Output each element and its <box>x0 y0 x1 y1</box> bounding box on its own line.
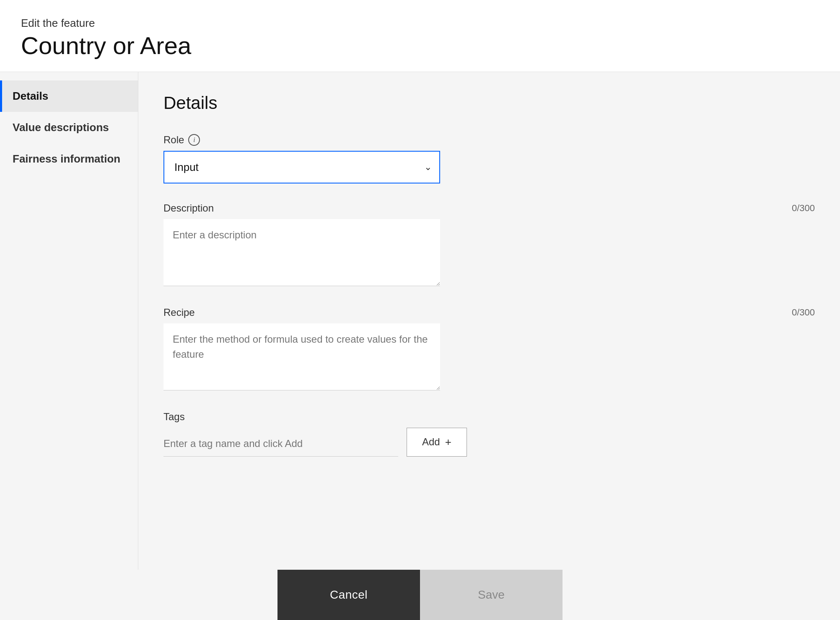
sidebar: Details Value descriptions Fairness info… <box>0 72 138 570</box>
recipe-label-row: Recipe 0/300 <box>163 307 815 318</box>
description-label-row: Description 0/300 <box>163 202 815 214</box>
description-label-text: Description <box>163 202 214 214</box>
page-header: Edit the feature Country or Area <box>0 0 840 72</box>
tags-input-row: Add + <box>163 428 815 457</box>
add-tag-button[interactable]: Add + <box>407 428 467 457</box>
role-group: Role i Input Output Target Metadata ⌄ <box>163 134 815 183</box>
tags-label: Tags <box>163 411 185 423</box>
add-tag-label: Add <box>422 436 440 448</box>
tags-group: Tags Add + <box>163 411 815 457</box>
recipe-group: Recipe 0/300 <box>163 307 815 392</box>
page-subtitle: Edit the feature <box>21 17 819 30</box>
description-textarea[interactable] <box>163 219 440 286</box>
sidebar-item-fairness-information[interactable]: Fairness information <box>0 143 138 175</box>
role-info-icon[interactable]: i <box>188 134 200 146</box>
role-label-row: Role i <box>163 134 815 146</box>
tags-label-text: Tags <box>163 411 185 423</box>
content-area: Details Role i Input Output Target Metad… <box>138 72 840 570</box>
footer-left-spacer <box>0 570 277 620</box>
save-button[interactable]: Save <box>420 570 563 620</box>
cancel-button[interactable]: Cancel <box>277 570 420 620</box>
description-label: Description <box>163 202 214 214</box>
role-select-wrapper: Input Output Target Metadata ⌄ <box>163 151 440 183</box>
description-char-count: 0/300 <box>792 203 815 214</box>
role-select[interactable]: Input Output Target Metadata <box>163 151 440 183</box>
recipe-textarea[interactable] <box>163 323 440 390</box>
recipe-label-text: Recipe <box>163 307 195 318</box>
main-content: Details Value descriptions Fairness info… <box>0 72 840 570</box>
footer-right-spacer <box>563 570 840 620</box>
footer: Cancel Save <box>0 570 840 620</box>
tags-input[interactable] <box>163 431 398 457</box>
page-title: Country or Area <box>21 32 819 59</box>
role-label-text: Role <box>163 134 184 146</box>
section-title: Details <box>163 93 815 113</box>
recipe-char-count: 0/300 <box>792 307 815 318</box>
tags-label-row: Tags <box>163 411 815 423</box>
sidebar-item-fairness-information-label: Fairness information <box>13 152 120 165</box>
sidebar-item-value-descriptions-label: Value descriptions <box>13 121 109 134</box>
recipe-label: Recipe <box>163 307 195 318</box>
sidebar-item-details-label: Details <box>13 90 48 102</box>
plus-icon: + <box>445 436 451 449</box>
sidebar-item-details[interactable]: Details <box>0 80 138 112</box>
description-group: Description 0/300 <box>163 202 815 288</box>
role-label: Role i <box>163 134 200 146</box>
sidebar-item-value-descriptions[interactable]: Value descriptions <box>0 112 138 143</box>
